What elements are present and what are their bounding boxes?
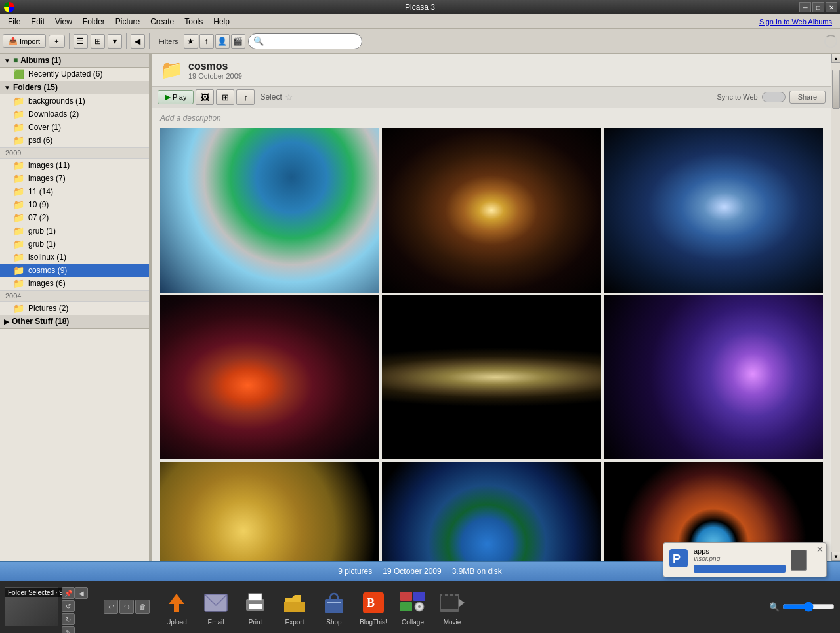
shop-action-button[interactable]: Shop bbox=[316, 586, 352, 628]
right-scrollbar[interactable]: ▲ ▼ bbox=[831, 54, 840, 561]
menu-tools[interactable]: Tools bbox=[179, 16, 208, 28]
upload-label: Upload bbox=[166, 619, 187, 626]
grid-view-button[interactable]: ⊞ bbox=[91, 34, 105, 49]
play-label: Play bbox=[173, 93, 186, 101]
rotate-cw-button[interactable]: ↻ bbox=[62, 613, 75, 625]
sign-in-link[interactable]: Sign In to Web Albums bbox=[759, 18, 837, 26]
menu-view[interactable]: View bbox=[50, 16, 77, 28]
nav-controls: ◀ bbox=[75, 587, 88, 599]
sidebar-item-10[interactable]: 📁 10 (9) bbox=[0, 198, 149, 211]
rotate-ccw-button[interactable]: ↺ bbox=[62, 600, 75, 612]
sidebar-item-backgrounds[interactable]: 📁 backgrounds (1) bbox=[0, 94, 149, 108]
svg-rect-19 bbox=[448, 594, 450, 596]
collage-action-button[interactable]: Collage bbox=[394, 586, 431, 628]
sidebar-item-downloads[interactable]: 📁 Downloads (2) bbox=[0, 108, 149, 121]
folders-header[interactable]: ▼ Folders (15) bbox=[0, 81, 149, 94]
photo-thumb-8[interactable] bbox=[382, 462, 601, 561]
add-album-button[interactable]: + bbox=[49, 35, 64, 48]
zoom-slider[interactable] bbox=[782, 602, 835, 612]
export-action-button[interactable]: Export bbox=[276, 586, 313, 628]
sidebar-item-07[interactable]: 📁 07 (2) bbox=[0, 211, 149, 224]
movie-filter[interactable]: 🎬 bbox=[231, 34, 245, 49]
sidebar-item-cosmos[interactable]: 📁 cosmos (9) bbox=[0, 264, 149, 277]
menu-picture[interactable]: Picture bbox=[110, 16, 145, 28]
status-date: 19 October 2009 bbox=[383, 567, 441, 576]
search-input[interactable] bbox=[248, 33, 362, 49]
sidebar-item-isolinux[interactable]: 📁 isolinux (1) bbox=[0, 251, 149, 264]
app-title: Picasa 3 bbox=[405, 3, 435, 12]
scroll-thumb[interactable] bbox=[832, 70, 840, 109]
sidebar-item-grub2[interactable]: 📁 grub (1) bbox=[0, 237, 149, 251]
pin-button[interactable]: 📌 bbox=[62, 587, 75, 599]
window-controls[interactable]: ─ □ ✕ bbox=[799, 2, 837, 12]
scroll-up-arrow[interactable]: ▲ bbox=[831, 54, 840, 63]
back-button[interactable]: ◀ bbox=[131, 34, 145, 49]
menu-help[interactable]: Help bbox=[208, 16, 235, 28]
popup-close-button[interactable]: ✕ bbox=[816, 544, 824, 554]
shop-label: Shop bbox=[326, 619, 341, 626]
export-label: Export bbox=[285, 619, 304, 626]
close-button[interactable]: ✕ bbox=[826, 2, 837, 12]
sidebar-item-images-7[interactable]: 📁 images (7) bbox=[0, 172, 149, 185]
cosmos-grid-btn[interactable]: ⊞ bbox=[216, 89, 234, 105]
sidebar-item-grub1[interactable]: 📁 grub (1) bbox=[0, 224, 149, 237]
photo-thumb-5[interactable] bbox=[382, 295, 601, 460]
maximize-button[interactable]: □ bbox=[812, 2, 824, 12]
svg-marker-0 bbox=[169, 594, 184, 612]
svg-rect-11 bbox=[400, 602, 412, 611]
photo-thumb-3[interactable] bbox=[604, 128, 823, 293]
person-filter[interactable]: 👤 bbox=[215, 34, 230, 49]
upload-action-button[interactable]: Upload bbox=[158, 586, 195, 628]
print-action-button[interactable]: Print bbox=[237, 586, 274, 628]
email-action-button[interactable]: Email bbox=[198, 586, 234, 628]
delete-button[interactable]: 🗑 bbox=[135, 600, 150, 614]
print-icon bbox=[241, 588, 270, 617]
cosmos-share-button[interactable]: Share bbox=[789, 91, 826, 104]
menu-file[interactable]: File bbox=[3, 16, 26, 28]
scroll-track[interactable] bbox=[831, 63, 840, 552]
photo-thumb-6[interactable] bbox=[604, 295, 823, 460]
sidebar-item-images-11[interactable]: 📁 images (11) bbox=[0, 159, 149, 172]
photo-thumb-1[interactable] bbox=[160, 128, 379, 293]
scroll-down-arrow[interactable]: ▼ bbox=[831, 552, 840, 561]
menu-folder[interactable]: Folder bbox=[77, 16, 110, 28]
sidebar-item-11[interactable]: 📁 11 (14) bbox=[0, 185, 149, 198]
sidebar-item-pictures[interactable]: 📁 Pictures (2) bbox=[0, 302, 149, 315]
cosmos-description[interactable]: Add a description bbox=[152, 111, 831, 128]
import-icon: 📥 bbox=[9, 37, 18, 45]
photo-thumb-2[interactable] bbox=[382, 128, 601, 293]
import-button[interactable]: 📥 Import bbox=[3, 34, 46, 48]
sidebar-item-recently-updated[interactable]: 🟩 Recently Updated (6) bbox=[0, 68, 149, 81]
upload-icon bbox=[162, 588, 191, 617]
sidebar-item-cover[interactable]: 📁 Cover (1) bbox=[0, 121, 149, 134]
blog-action-button[interactable]: B BlogThis! bbox=[355, 586, 392, 628]
menu-create[interactable]: Create bbox=[145, 16, 179, 28]
other-stuff-header[interactable]: ▶ Other Stuff (18) bbox=[0, 315, 149, 329]
svg-rect-1 bbox=[205, 594, 227, 611]
view-options-button[interactable]: ▾ bbox=[108, 34, 122, 49]
menu-edit[interactable]: Edit bbox=[26, 16, 50, 28]
popup-action-icon[interactable] bbox=[791, 550, 807, 571]
popup-progress-fill bbox=[694, 565, 786, 573]
photo-thumb-4[interactable] bbox=[160, 295, 379, 460]
movie-action-button[interactable]: Movie bbox=[434, 586, 471, 628]
minimize-button[interactable]: ─ bbox=[799, 2, 811, 12]
cosmos-upload-btn[interactable]: ↑ bbox=[236, 89, 255, 105]
status-pictures: 9 pictures bbox=[338, 567, 372, 576]
sidebar-item-psd[interactable]: 📁 psd (6) bbox=[0, 134, 149, 147]
cosmos-slideshow-btn[interactable]: 🖼 bbox=[196, 89, 214, 105]
svg-rect-18 bbox=[442, 594, 445, 596]
redo-button[interactable]: ↪ bbox=[119, 600, 134, 614]
list-view-button[interactable]: ☰ bbox=[74, 34, 88, 49]
undo-button[interactable]: ↩ bbox=[104, 600, 118, 614]
cosmos-play-button[interactable]: ▶ Play bbox=[158, 90, 194, 104]
sidebar-item-images-6[interactable]: 📁 images (6) bbox=[0, 277, 149, 290]
sync-toggle[interactable] bbox=[762, 92, 786, 102]
nav-prev-button[interactable]: ◀ bbox=[75, 587, 88, 599]
other-stuff-toggle-icon: ▶ bbox=[4, 318, 9, 325]
albums-header[interactable]: ▼ ■ Albums (1) bbox=[0, 54, 149, 68]
edit-button[interactable]: ✎ bbox=[62, 626, 75, 633]
star-filter[interactable]: ★ bbox=[184, 34, 198, 49]
upload-filter[interactable]: ↑ bbox=[200, 34, 214, 49]
photo-thumb-7[interactable] bbox=[160, 462, 379, 561]
